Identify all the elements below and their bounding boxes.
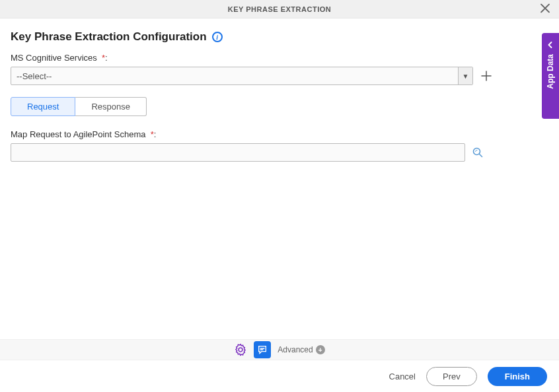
prev-button[interactable]: Prev	[426, 367, 477, 386]
gear-icon	[234, 343, 247, 356]
page-title: Key Phrase Extraction Configuration	[11, 30, 207, 44]
add-connection-button[interactable]	[480, 69, 493, 82]
footer: Advanced + Cancel Prev Finish	[0, 339, 559, 392]
comment-icon	[257, 344, 268, 355]
advanced-label-text: Advanced	[278, 345, 313, 354]
ms-cognitive-label: MS Cognitive Services *:	[11, 53, 548, 63]
footer-actions: Cancel Prev Finish	[0, 360, 559, 392]
tab-request[interactable]: Request	[11, 97, 75, 116]
chevron-down-icon: ▼	[458, 67, 472, 84]
settings-button[interactable]	[234, 343, 247, 356]
tabs: Request Response	[11, 97, 548, 116]
required-star: *:	[148, 129, 156, 139]
page-title-row: Key Phrase Extraction Configuration i	[11, 30, 548, 44]
info-icon[interactable]: i	[212, 32, 223, 42]
app-data-panel-toggle[interactable]: App Data	[542, 33, 559, 119]
plus-circle-icon: +	[316, 345, 325, 354]
map-request-input[interactable]	[11, 143, 465, 162]
required-star: *:	[99, 53, 107, 63]
comments-button[interactable]	[254, 341, 271, 358]
close-icon	[540, 3, 550, 13]
ms-cognitive-label-text: MS Cognitive Services	[11, 53, 97, 63]
map-request-row	[11, 143, 548, 162]
finish-button[interactable]: Finish	[488, 367, 547, 386]
plus-icon	[481, 71, 492, 81]
main-content: Key Phrase Extraction Configuration i MS…	[0, 18, 559, 162]
search-icon	[472, 147, 484, 158]
cancel-button[interactable]: Cancel	[389, 372, 416, 381]
advanced-toggle[interactable]: Advanced +	[278, 345, 324, 354]
map-request-label-text: Map Request to AgilePoint Schema	[11, 129, 146, 139]
ms-cognitive-select-wrap: --Select-- ▼	[11, 67, 473, 85]
schema-browse-button[interactable]	[472, 147, 484, 158]
header-title: KEY PHRASE EXTRACTION	[228, 5, 331, 13]
ms-cognitive-row: --Select-- ▼	[11, 67, 548, 85]
ms-cognitive-select[interactable]: --Select-- ▼	[11, 67, 473, 85]
footer-toolbar: Advanced +	[0, 339, 559, 360]
app-data-label: App Data	[546, 54, 555, 89]
ms-cognitive-selected: --Select--	[17, 71, 52, 81]
chevron-left-icon	[547, 40, 554, 50]
map-request-label: Map Request to AgilePoint Schema *:	[11, 129, 548, 139]
close-button[interactable]	[538, 1, 552, 17]
tab-response[interactable]: Response	[75, 97, 147, 116]
header-bar: KEY PHRASE EXTRACTION	[0, 0, 559, 18]
